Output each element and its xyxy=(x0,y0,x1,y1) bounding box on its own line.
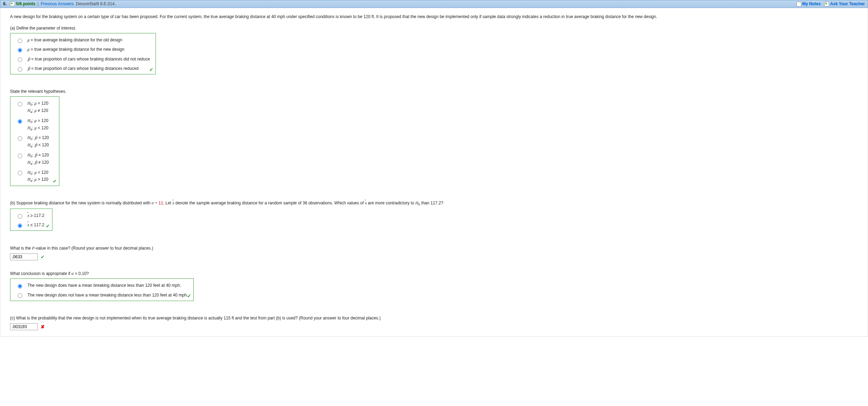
pvalue-question: What is the P-value in this case? (Round… xyxy=(10,245,858,252)
previous-answers-link[interactable]: Previous Answers xyxy=(41,1,74,6)
part-b-opt-1: x ≥ 117.2 xyxy=(25,211,47,220)
check-icon: ✔ xyxy=(187,292,191,300)
separator: | xyxy=(37,1,39,6)
hyp-radio-3[interactable] xyxy=(18,136,22,141)
question-prompt: A new design for the braking system on a… xyxy=(10,14,858,20)
hyp-opt-1: H0: μ = 120 Ha: μ ≠ 120 xyxy=(25,99,51,116)
pvalue-input[interactable] xyxy=(10,253,38,260)
points-label: 5/6 points xyxy=(16,1,35,6)
hypotheses-label: State the relevant hypotheses. xyxy=(10,88,858,95)
part-b-opt-2: x ≤ 117.2 xyxy=(25,220,47,230)
part-a-radio-2[interactable] xyxy=(18,48,22,52)
hyp-radio-4[interactable] xyxy=(18,154,22,158)
part-a-label: (a) Define the parameter of interest. xyxy=(10,25,858,32)
concl-radio-2[interactable] xyxy=(18,293,22,298)
hyp-opt-2: H0: μ = 120 Ha: μ < 120 xyxy=(25,116,51,133)
part-b-label: (b) Suppose braking distance for the new… xyxy=(10,200,858,207)
part-c-question: (c) What is the probability that the new… xyxy=(10,315,858,322)
notes-icon xyxy=(796,2,801,7)
part-a-opt-3: p̂ = true proportion of cars whose braki… xyxy=(25,55,152,64)
hyp-radio-1[interactable] xyxy=(18,102,22,106)
hyp-opt-3: H0: p̂ = 120 Ha: p̂ < 120 xyxy=(25,133,51,151)
question-number: 6. xyxy=(3,1,7,6)
check-icon: ✔ xyxy=(46,222,50,230)
part-a-opt-4: p̂ = true proportion of cars whose braki… xyxy=(25,64,152,73)
plus-icon xyxy=(824,2,829,7)
part-a-radio-4[interactable] xyxy=(18,67,22,72)
hyp-radio-5[interactable] xyxy=(18,171,22,175)
part-a-radio-3[interactable] xyxy=(18,57,22,62)
concl-opt-2: The new design does not have a mean brea… xyxy=(25,291,190,300)
x-icon: ✘ xyxy=(41,323,45,331)
check-icon: ✔ xyxy=(149,66,153,73)
part-b-radio-2[interactable] xyxy=(18,224,22,228)
textbook-ref: DevoreStat9 8.E.014. xyxy=(76,1,116,6)
check-icon: ✔ xyxy=(41,253,45,261)
conclusion-question: What conclusion is appropriate if α = 0.… xyxy=(10,270,858,277)
hyp-opt-5: H0: μ = 120 Ha: μ > 120 xyxy=(25,168,51,185)
hyp-radio-2[interactable] xyxy=(18,119,22,124)
part-a-opt-2: μ = true average braking distance for th… xyxy=(25,45,152,54)
conclusion-options: The new design does have a mean breaking… xyxy=(10,278,194,301)
check-icon: ✔ xyxy=(53,177,57,185)
my-notes-link[interactable]: My Notes xyxy=(796,1,821,7)
part-a-opt-1: μ = true average braking distance for th… xyxy=(25,35,152,45)
hyp-opt-4: H0: p̂ = 120 Ha: p̂ ≠ 120 xyxy=(25,151,51,168)
part-b-radio-1[interactable] xyxy=(18,214,22,219)
part-c-input[interactable] xyxy=(10,323,38,330)
part-a-radio-1[interactable] xyxy=(18,39,22,43)
hypotheses-options: H0: μ = 120 Ha: μ ≠ 120 H0: μ = 120 Ha: … xyxy=(10,96,59,186)
ask-teacher-link[interactable]: Ask Your Teacher xyxy=(824,1,865,7)
part-b-options: x ≥ 117.2 x ≤ 117.2 ✔ xyxy=(10,209,52,231)
expand-icon[interactable] xyxy=(10,1,15,6)
concl-radio-1[interactable] xyxy=(18,284,22,289)
concl-opt-1: The new design does have a mean breaking… xyxy=(25,281,190,290)
question-header: 6. 5/6 points | Previous Answers DevoreS… xyxy=(0,0,868,8)
question-body: A new design for the braking system on a… xyxy=(0,8,868,337)
part-a-options: μ = true average braking distance for th… xyxy=(10,33,156,74)
